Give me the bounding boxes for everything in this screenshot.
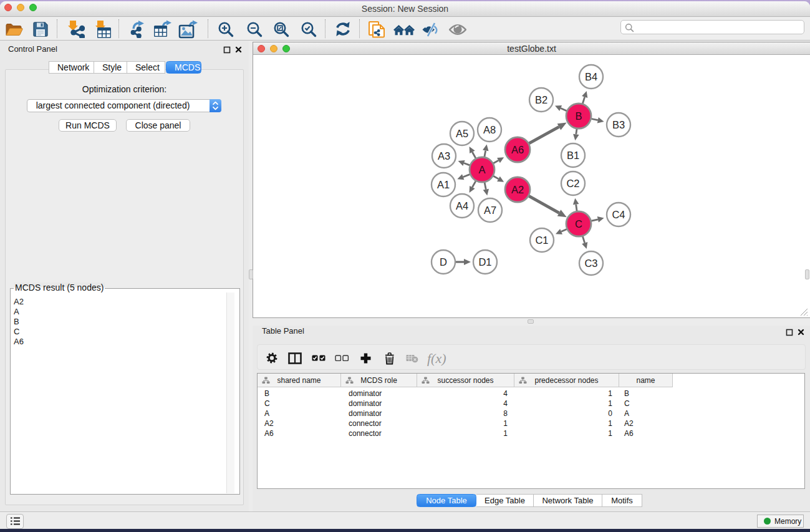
svg-text:B: B <box>575 110 582 122</box>
svg-text:B2: B2 <box>535 94 547 105</box>
svg-text:D1: D1 <box>478 256 491 268</box>
svg-text:B1: B1 <box>567 150 579 161</box>
svg-text:C4: C4 <box>612 209 625 220</box>
svg-text:A7: A7 <box>484 205 496 216</box>
svg-text:C2: C2 <box>566 178 579 189</box>
svg-text:A3: A3 <box>438 150 450 162</box>
svg-text:A4: A4 <box>456 200 468 211</box>
svg-text:B3: B3 <box>612 119 625 130</box>
svg-text:C: C <box>575 218 582 230</box>
svg-text:A8: A8 <box>483 124 496 135</box>
svg-text:A5: A5 <box>456 128 468 139</box>
svg-text:D: D <box>440 256 447 268</box>
svg-text:A1: A1 <box>437 179 450 190</box>
svg-text:A2: A2 <box>511 184 524 195</box>
svg-text:B4: B4 <box>585 71 597 82</box>
svg-text:A6: A6 <box>511 144 524 155</box>
svg-text:A: A <box>478 164 485 175</box>
svg-text:C1: C1 <box>535 235 548 246</box>
svg-text:C3: C3 <box>584 258 597 269</box>
